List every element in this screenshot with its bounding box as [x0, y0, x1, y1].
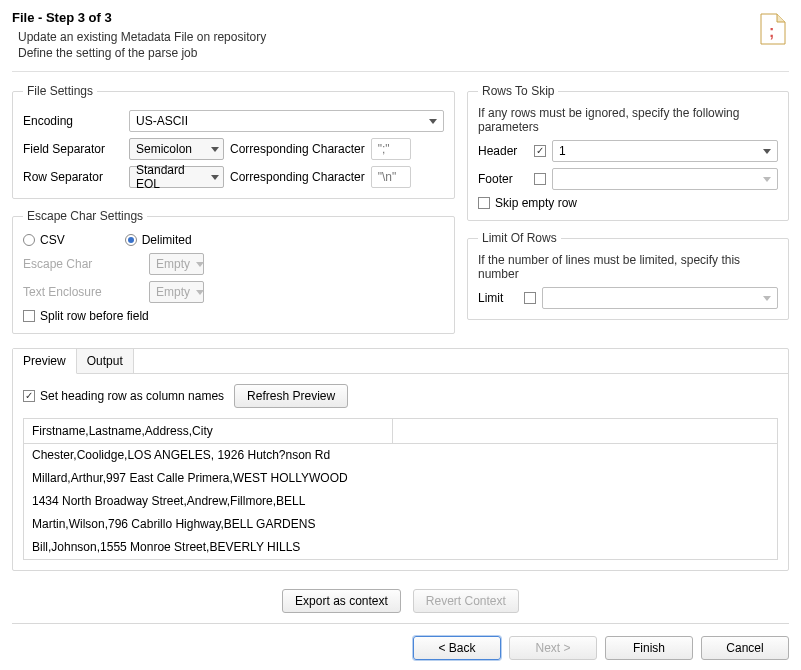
row-separator-select[interactable]: Standard EOL: [129, 166, 224, 188]
limit-checkbox[interactable]: [524, 292, 536, 304]
rows-to-skip-legend: Rows To Skip: [478, 84, 558, 98]
limit-of-rows-legend: Limit Of Rows: [478, 231, 561, 245]
corresponding-char-label: Corresponding Character: [230, 142, 365, 156]
limit-combo: [542, 287, 778, 309]
chevron-down-icon: [211, 175, 219, 180]
split-row-checkbox[interactable]: Split row before field: [23, 309, 149, 323]
preview-table: Firstname,Lastname,Address,City Chester,…: [23, 418, 778, 560]
chevron-down-icon: [196, 262, 204, 267]
cancel-button[interactable]: Cancel: [701, 636, 789, 660]
chevron-down-icon: [196, 290, 204, 295]
radio-csv[interactable]: CSV: [23, 233, 65, 247]
preview-column-header-empty[interactable]: [393, 419, 777, 443]
next-button: Next >: [509, 636, 597, 660]
footer-rows-combo: [552, 168, 778, 190]
limit-label: Limit: [478, 291, 518, 305]
preview-row[interactable]: Millard,Arthur,997 East Calle Primera,WE…: [24, 467, 777, 490]
limit-of-rows-group: Limit Of Rows If the number of lines mus…: [467, 231, 789, 320]
set-heading-checkbox[interactable]: Set heading row as column names: [23, 389, 224, 403]
preview-column-header[interactable]: Firstname,Lastname,Address,City: [24, 419, 393, 443]
page-title: File - Step 3 of 3: [12, 10, 757, 25]
file-settings-group: File Settings Encoding US-ASCII Field Se…: [12, 84, 455, 199]
field-separator-char[interactable]: ";": [371, 138, 411, 160]
radio-delimited[interactable]: Delimited: [125, 233, 192, 247]
text-enclosure-select: Empty: [149, 281, 204, 303]
finish-button[interactable]: Finish: [605, 636, 693, 660]
escape-char-label: Escape Char: [23, 257, 143, 271]
limit-hint: If the number of lines must be limited, …: [478, 253, 778, 281]
text-enclosure-label: Text Enclosure: [23, 285, 143, 299]
preview-row[interactable]: Martin,Wilson,796 Cabrillo Highway,BELL …: [24, 513, 777, 536]
preview-row[interactable]: Chester,Coolidge,LOS ANGELES, 1926 Hutch…: [24, 444, 777, 467]
chevron-down-icon: [211, 147, 219, 152]
corresponding-char-label-2: Corresponding Character: [230, 170, 365, 184]
encoding-label: Encoding: [23, 114, 123, 128]
header-rows-label: Header: [478, 144, 528, 158]
refresh-preview-button[interactable]: Refresh Preview: [234, 384, 348, 408]
preview-row[interactable]: Bill,Johnson,1555 Monroe Street,BEVERLY …: [24, 536, 777, 559]
preview-row[interactable]: 1434 North Broadway Street,Andrew,Fillmo…: [24, 490, 777, 513]
file-settings-legend: File Settings: [23, 84, 97, 98]
page-subtitle-2: Define the setting of the parse job: [12, 45, 757, 61]
back-button[interactable]: < Back: [413, 636, 501, 660]
escape-char-legend: Escape Char Settings: [23, 209, 147, 223]
svg-text:;: ;: [769, 23, 774, 40]
chevron-down-icon: [763, 149, 771, 154]
tab-output[interactable]: Output: [77, 349, 134, 373]
encoding-combo[interactable]: US-ASCII: [129, 110, 444, 132]
header-rows-combo[interactable]: 1: [552, 140, 778, 162]
field-separator-label: Field Separator: [23, 142, 123, 156]
row-separator-char[interactable]: "\n": [371, 166, 411, 188]
rows-to-skip-hint: If any rows must be ignored, specify the…: [478, 106, 778, 134]
header-rows-checkbox[interactable]: [534, 145, 546, 157]
chevron-down-icon: [429, 119, 437, 124]
skip-empty-row-checkbox[interactable]: Skip empty row: [478, 196, 577, 210]
footer-rows-checkbox[interactable]: [534, 173, 546, 185]
footer-rows-label: Footer: [478, 172, 528, 186]
escape-char-select: Empty: [149, 253, 204, 275]
chevron-down-icon: [763, 296, 771, 301]
rows-to-skip-group: Rows To Skip If any rows must be ignored…: [467, 84, 789, 221]
row-separator-label: Row Separator: [23, 170, 123, 184]
tab-preview[interactable]: Preview: [13, 349, 77, 374]
escape-char-settings-group: Escape Char Settings CSV Delimited Escap…: [12, 209, 455, 334]
preview-tabs: Preview Output Set heading row as column…: [12, 348, 789, 571]
export-as-context-button[interactable]: Export as context: [282, 589, 401, 613]
revert-context-button: Revert Context: [413, 589, 519, 613]
file-icon: ;: [757, 10, 789, 48]
chevron-down-icon: [763, 177, 771, 182]
page-subtitle-1: Update an existing Metadata File on repo…: [12, 29, 757, 45]
field-separator-select[interactable]: Semicolon: [129, 138, 224, 160]
